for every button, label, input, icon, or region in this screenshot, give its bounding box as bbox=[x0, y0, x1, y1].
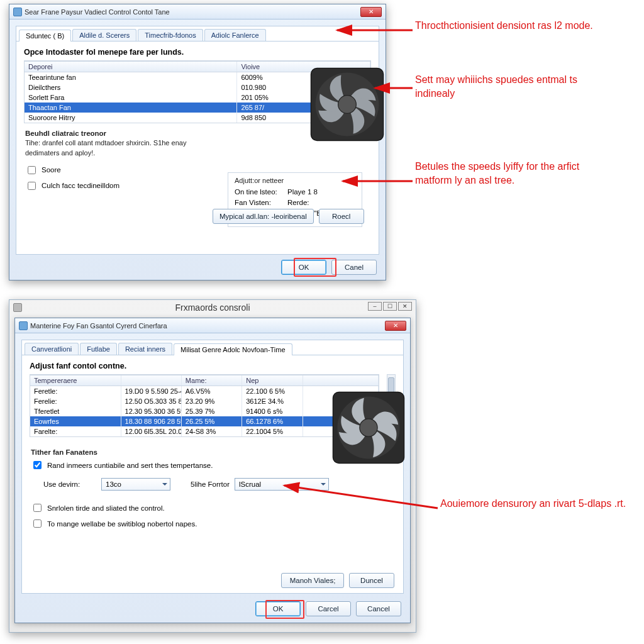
annotation-3: Betules the speeds lyiffy for the arfict… bbox=[415, 160, 604, 187]
tab-strip: Canveratlioni Futlabe Reciat inners Mili… bbox=[22, 340, 403, 355]
tab-1[interactable]: Futlabe bbox=[80, 343, 117, 355]
titlebar[interactable]: Sear Frane Paysur Vadiecl Control Contol… bbox=[9, 4, 386, 19]
annotation-1: Throcthctionisient densiont ras l2 mode. bbox=[415, 19, 593, 33]
tab-1[interactable]: Aldile d. Scerers bbox=[72, 29, 136, 41]
svg-point-2 bbox=[338, 96, 357, 114]
table-row: Feretle:19.D0 9 5.590 25-4%A6.V5%22.100 … bbox=[30, 386, 379, 396]
annotation-4: Aouiemore densurory an rivart 5-dlaps .r… bbox=[440, 497, 626, 511]
duncel-button[interactable]: Duncel bbox=[349, 573, 394, 588]
col-deporei[interactable]: Deporei bbox=[25, 62, 237, 72]
fan-image-icon bbox=[309, 67, 385, 142]
tab-3[interactable]: Adiolc Fanlerce bbox=[204, 29, 266, 41]
mid-button-row: Mypical adl.lan: -leoiribenal Roecl bbox=[213, 209, 364, 224]
combo-row: Use devirn: 13co 5lihe Forrtor lScrual bbox=[22, 473, 403, 493]
cancel-button-1[interactable]: Carcel bbox=[306, 601, 351, 616]
minimize-icon[interactable]: – bbox=[368, 302, 382, 311]
checkbox-input[interactable] bbox=[33, 504, 42, 512]
section-heading: Opce Intodaster fol menepe fare per lund… bbox=[16, 42, 379, 60]
mid-button-row: Manoh Viales; Duncel bbox=[281, 573, 394, 588]
ok-button[interactable]: OK bbox=[255, 601, 301, 616]
manoh-button[interactable]: Manoh Viales; bbox=[281, 573, 344, 588]
fan-image-icon bbox=[331, 391, 406, 465]
dialog-footer: OK Canel bbox=[281, 260, 377, 275]
window-title: Sear Frane Paysur Vadiecl Control Contol… bbox=[25, 8, 170, 16]
factor-combo[interactable]: lScrual bbox=[235, 478, 329, 491]
app-icon bbox=[13, 303, 22, 312]
combo2-label: 5lihe Forrtor bbox=[191, 480, 230, 488]
temperature-table[interactable]: Tempereraere Mame: Nep Feretle:19.D0 9 5… bbox=[30, 374, 379, 437]
apply-button[interactable]: Mypical adl.lan: -leoiribenal bbox=[213, 209, 314, 224]
adjust-ontime-label: On tine lsteo: bbox=[235, 188, 284, 196]
checkbox-input[interactable] bbox=[28, 166, 36, 174]
dialog-footer: OK Carcel Cancel bbox=[255, 601, 401, 616]
checkbox-input[interactable] bbox=[33, 519, 42, 528]
col-nep[interactable]: Nep bbox=[242, 375, 303, 386]
cancel-button[interactable]: Canel bbox=[331, 260, 377, 275]
device-combo[interactable]: 13co bbox=[101, 478, 170, 491]
titlebar[interactable]: Manterine Foy Fan Gsantol Cyrerd Cinerfa… bbox=[15, 318, 410, 333]
reset-button[interactable]: Roecl bbox=[319, 209, 364, 224]
table-row: Ferelie:12.50 O5.303 35 8%23.20 9%3612E … bbox=[30, 396, 379, 406]
dialog-fan-control-2: Manterine Foy Fan Gsantol Cyrerd Cinerfa… bbox=[14, 318, 411, 623]
outer-titlebar[interactable]: Frxmaords consroli – ☐ ✕ bbox=[9, 300, 416, 315]
col-1[interactable] bbox=[121, 375, 182, 386]
col-mame[interactable]: Mame: bbox=[182, 375, 242, 386]
checkbox-input[interactable] bbox=[33, 461, 42, 469]
tab-0[interactable]: Sduntec ( B) bbox=[19, 30, 71, 42]
tab-3[interactable]: Milisat Genre Adolc Novfoan-Time bbox=[174, 343, 292, 355]
client-area: Sduntec ( B) Aldile d. Scerers Timecfrib… bbox=[16, 26, 379, 255]
col-4[interactable] bbox=[303, 375, 379, 386]
app-icon bbox=[13, 8, 22, 16]
cancel-button-2[interactable]: Cancel bbox=[356, 601, 401, 616]
dialog-fan-control-1: Sear Frane Paysur Vadiecl Control Contol… bbox=[9, 4, 386, 280]
adjust-fan-value: Rerde: bbox=[287, 199, 309, 206]
adjust-title: Adjutt:or netteer bbox=[235, 177, 355, 184]
close-icon[interactable]: ✕ bbox=[398, 302, 412, 311]
app-icon bbox=[19, 321, 28, 330]
combo1-label: Use devirn: bbox=[43, 480, 96, 488]
description-text: Tihe: dranfel coll atant mdtadoer shxirc… bbox=[16, 138, 211, 162]
outer-window: Frxmaords consroli – ☐ ✕ Manterine Foy F… bbox=[9, 299, 416, 633]
tab-2[interactable]: Timecfrib-fdonos bbox=[138, 29, 203, 41]
checkbox-mange[interactable]: To mange wellabe be switiblog nobertol n… bbox=[22, 516, 403, 531]
maximize-icon[interactable]: ☐ bbox=[383, 302, 397, 311]
close-icon[interactable]: ✕ bbox=[360, 7, 382, 17]
checkbox-snrlolen[interactable]: Snrlolen tirde and sliated the control. bbox=[22, 493, 403, 516]
tab-0[interactable]: Canveratlioni bbox=[25, 343, 79, 355]
ok-button[interactable]: OK bbox=[281, 260, 326, 275]
table-row: Farelte:12.00 6l5.35L 20.0%24-S8 3%22.10… bbox=[30, 426, 379, 436]
adjust-fan-label: Fan Visten: bbox=[235, 199, 284, 206]
svg-point-5 bbox=[360, 419, 377, 436]
tab-strip: Sduntec ( B) Aldile d. Scerers Timecfrib… bbox=[16, 26, 379, 42]
col-temp[interactable]: Tempereraere bbox=[30, 375, 121, 386]
outer-title-text: Frxmaords consroli bbox=[175, 303, 250, 313]
checkbox-input[interactable] bbox=[28, 182, 36, 190]
table-row-selected: Eowrfes18.30 88 906 28 5%26.25 5%66.1278… bbox=[30, 416, 379, 426]
section-heading: Adjust fanf contol contne. bbox=[22, 355, 403, 374]
close-icon[interactable]: ✕ bbox=[385, 321, 406, 331]
window-title: Manterine Foy Fan Gsantol Cyrerd Cinerfa… bbox=[30, 322, 167, 330]
client-area: Canveratlioni Futlabe Reciat inners Mili… bbox=[21, 340, 404, 594]
adjust-ontime-value: Playe 1 8 bbox=[287, 188, 318, 196]
annotation-2: Sett may whiiichs spuedes entmal ts indi… bbox=[415, 73, 604, 100]
table-row: Tferetlet12.30 95.300 36 5%25.39 7%91400… bbox=[30, 406, 379, 416]
tab-2[interactable]: Reciat inners bbox=[118, 343, 172, 355]
